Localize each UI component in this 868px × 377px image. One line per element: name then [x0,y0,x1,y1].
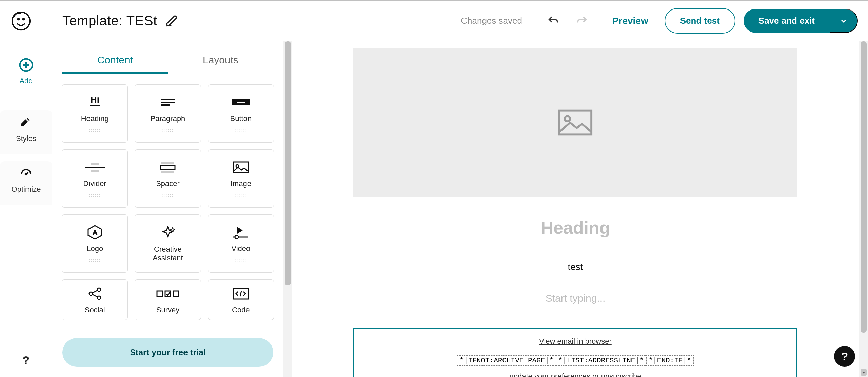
svg-rect-16 [161,171,174,173]
panel-tabs: Content Layouts [52,41,283,74]
svg-rect-34 [559,111,591,135]
mailchimp-logo[interactable] [10,10,32,32]
svg-point-2 [22,18,25,20]
paragraph-icon [158,94,178,111]
code-icon [231,285,250,302]
svg-point-25 [89,292,93,295]
svg-rect-30 [157,291,162,296]
block-logo[interactable]: A Logo ∷∷∷ [62,214,128,273]
block-heading-label: Heading [81,114,109,123]
top-bar: Template: TESt Changes saved Preview Sen… [0,0,868,41]
unsubscribe-link[interactable]: unsubscribe [601,372,642,377]
rail-help-icon[interactable]: ? [23,354,30,367]
drag-handle-icon: ∷∷∷ [89,128,101,133]
block-creative-assistant[interactable]: Creative Assistant [135,214,201,273]
block-heading[interactable]: Hi Heading ∷∷∷ [62,84,128,143]
preview-link[interactable]: Preview [612,16,648,26]
svg-rect-15 [161,162,174,164]
side-panel: Content Layouts Hi Heading ∷∷∷ Paragraph… [52,41,283,377]
merge-tag-ifnot: *|IFNOT:ARCHIVE_PAGE|* [457,355,556,366]
rail-item-optimize[interactable]: Optimize [0,161,52,205]
block-spacer[interactable]: Spacer ∷∷∷ [135,149,201,208]
svg-rect-18 [233,162,248,173]
svg-point-26 [97,288,101,291]
block-paragraph[interactable]: Paragraph ∷∷∷ [135,84,201,143]
svg-text:Hi: Hi [91,95,99,105]
block-video-label: Video [231,244,250,253]
footer-or-text: or [590,372,601,377]
svg-rect-13 [91,170,99,172]
svg-marker-22 [237,227,243,234]
block-survey-label: Survey [156,306,179,314]
page-title: Template: TESt [62,13,157,28]
tab-content[interactable]: Content [62,49,168,74]
block-paragraph-label: Paragraph [151,114,185,123]
panel-scroll-thumb[interactable] [285,41,291,285]
image-placeholder-block[interactable] [353,48,797,197]
block-survey[interactable]: Survey [135,279,201,320]
svg-point-27 [97,296,101,299]
svg-rect-12 [91,163,99,165]
canvas-scroll-thumb[interactable] [861,41,867,333]
drag-handle-icon: ∷∷∷ [89,193,101,198]
update-preferences-link[interactable]: update your preferences [510,372,591,377]
button-icon [230,94,252,111]
block-social-label: Social [85,306,105,314]
canvas-scrollbar[interactable]: ▾ [859,41,868,377]
image-icon [231,159,250,176]
spacer-icon [156,159,180,176]
svg-line-28 [92,290,98,293]
svg-rect-32 [173,291,179,296]
block-button[interactable]: Button ∷∷∷ [208,84,274,143]
panel-scrollbar[interactable] [283,41,292,377]
logo-icon: A [87,224,103,241]
edit-title-icon[interactable] [165,15,178,27]
rail-label-styles: Styles [16,134,36,143]
heading-placeholder[interactable]: Heading [353,217,797,238]
block-creative-label: Creative Assistant [153,245,183,263]
save-and-exit-button[interactable]: Save and exit [744,9,830,33]
svg-line-29 [92,294,98,297]
email-canvas[interactable]: Heading test Start typing... View email … [292,41,868,377]
save-and-exit-split-button: Save and exit [744,9,858,33]
svg-text:A: A [93,230,97,235]
rail-label-optimize: Optimize [12,185,41,194]
canvas-scroll-down-icon[interactable]: ▾ [861,369,867,376]
start-trial-button[interactable]: Start your free trial [62,338,273,367]
drag-handle-icon: ∷∷∷ [235,128,247,133]
footer-pref-text: update your preferences or unsubscribe [358,372,793,377]
drag-handle-icon: ∷∷∷ [89,258,101,263]
undo-button[interactable] [545,13,561,29]
rail-item-add[interactable]: Add [0,51,52,97]
svg-point-24 [235,235,238,239]
block-video[interactable]: Video ∷∷∷ [208,214,274,273]
survey-icon [156,285,180,302]
tab-layouts[interactable]: Layouts [168,49,273,74]
save-and-exit-caret[interactable] [830,9,858,33]
drag-handle-icon: ∷∷∷ [235,258,247,263]
block-code[interactable]: Code [208,279,274,320]
paragraph-placeholder[interactable]: Start typing... [353,293,797,304]
block-image[interactable]: Image ∷∷∷ [208,149,274,208]
block-button-label: Button [230,114,252,123]
sparkle-icon [160,225,176,242]
video-icon [231,224,251,241]
merge-tags-row[interactable]: *|IFNOT:ARCHIVE_PAGE|* *|LIST:ADDRESSLIN… [457,355,693,366]
block-spacer-label: Spacer [156,179,180,188]
help-fab[interactable]: ? [834,346,855,367]
block-divider[interactable]: Divider ∷∷∷ [62,149,128,208]
rail-label-add: Add [19,77,33,85]
rail-item-styles[interactable]: Styles [0,110,52,154]
block-social[interactable]: Social [62,279,128,320]
text-block[interactable]: test [353,261,797,272]
blocks-list: Hi Heading ∷∷∷ Paragraph ∷∷∷ Button ∷∷∷ [52,74,283,331]
share-icon [87,285,103,302]
svg-point-1 [17,18,20,20]
email-footer-block[interactable]: View email in browser *|IFNOT:ARCHIVE_PA… [353,328,797,377]
send-test-button[interactable]: Send test [665,8,735,34]
redo-button[interactable] [574,13,590,29]
save-status: Changes saved [461,16,522,26]
divider-icon [83,159,107,176]
view-in-browser-link[interactable]: View email in browser [539,337,612,345]
svg-rect-17 [161,165,175,169]
